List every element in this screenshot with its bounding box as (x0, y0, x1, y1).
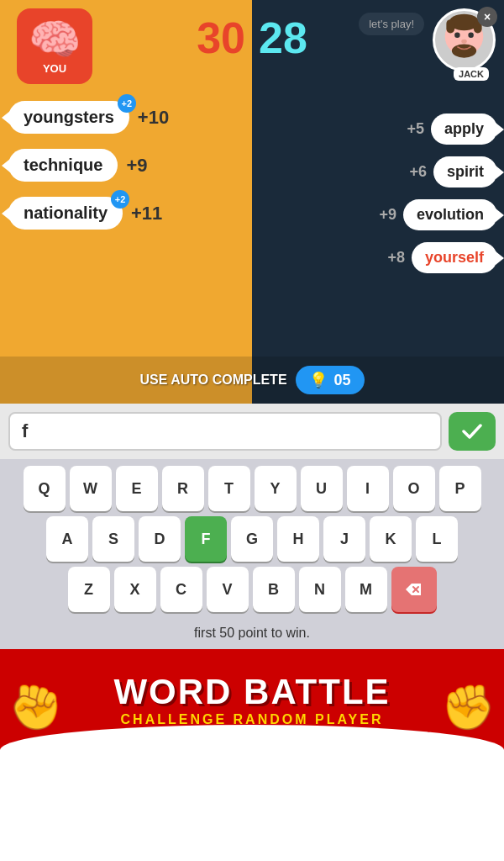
key-m[interactable]: M (345, 567, 387, 612)
list-item: youngsters +2 +10 (8, 101, 169, 134)
backspace-icon (404, 579, 424, 600)
opponent-words: +5 apply +6 spirit +9 evolution +8 yours… (379, 114, 497, 273)
autocomplete-button[interactable]: 💡 05 (296, 366, 365, 394)
key-k[interactable]: K (370, 516, 412, 562)
key-x[interactable]: X (114, 567, 156, 612)
keyboard-row-1: Q W E R T Y U I O P (3, 466, 501, 511)
key-i[interactable]: I (347, 466, 389, 511)
auto-complete-label: USE AUTO COMPLETE (139, 372, 286, 388)
close-button[interactable]: × (477, 7, 497, 27)
key-t[interactable]: T (208, 466, 250, 511)
brain-icon: 🧠 (29, 18, 81, 61)
key-g[interactable]: G (231, 516, 273, 562)
points-badge: +11 (131, 203, 162, 224)
submit-button[interactable] (449, 412, 496, 451)
points-badge: +9 (126, 155, 147, 177)
opp-word-bubble: apply (431, 114, 497, 145)
key-q[interactable]: Q (24, 466, 66, 511)
fist-left-icon: ✊ (8, 682, 63, 733)
opp-word-bubble: yourself (412, 242, 497, 273)
key-z[interactable]: Z (68, 567, 110, 612)
bonus-badge: +2 (111, 190, 129, 209)
key-c[interactable]: C (160, 567, 202, 612)
points-badge: +10 (138, 107, 169, 129)
opp-points: +8 (387, 249, 405, 267)
opp-points: +5 (407, 120, 424, 138)
check-icon (460, 420, 484, 443)
key-f[interactable]: F (185, 516, 227, 562)
svg-rect-2 (446, 19, 454, 33)
keyboard: Q W E R T Y U I O P A S D F G H J K L Z … (0, 459, 504, 621)
key-e[interactable]: E (116, 466, 158, 511)
player-words: youngsters +2 +10 technique +9 nationali… (8, 101, 169, 230)
player-label: YOU (43, 62, 66, 75)
key-n[interactable]: N (299, 567, 341, 612)
key-o[interactable]: O (393, 466, 435, 511)
delete-key[interactable] (391, 567, 437, 612)
word-bubble: nationality +2 (8, 197, 123, 230)
banner-subtitle: CHALLENGE RANDOM PLAYER (121, 712, 384, 727)
key-v[interactable]: V (207, 567, 249, 612)
key-l[interactable]: L (416, 516, 458, 562)
list-item: +5 apply (379, 114, 497, 145)
key-d[interactable]: D (139, 516, 181, 562)
key-b[interactable]: B (253, 567, 295, 612)
key-s[interactable]: S (92, 516, 134, 562)
key-p[interactable]: P (439, 466, 481, 511)
hint-text: first 50 point to win. (0, 621, 504, 649)
svg-point-6 (468, 33, 474, 39)
player-side: 🧠 YOU youngsters +2 +10 technique +9 nat… (0, 0, 252, 404)
list-item: +9 evolution (379, 199, 497, 230)
keyboard-row-3: Z X C V B N M (3, 567, 501, 612)
list-item: technique +9 (8, 149, 169, 182)
bulb-icon: 💡 (309, 371, 328, 389)
key-y[interactable]: Y (255, 466, 297, 511)
svg-point-7 (461, 40, 467, 44)
key-u[interactable]: U (301, 466, 343, 511)
opponent-side: × JACK l (252, 0, 504, 404)
game-area: 🧠 YOU youngsters +2 +10 technique +9 nat… (0, 0, 504, 404)
opp-points: +6 (409, 163, 427, 181)
chat-bubble: let's play! (359, 13, 424, 35)
key-r[interactable]: R (162, 466, 204, 511)
opp-word-bubble: evolution (403, 199, 497, 230)
word-bubble: youngsters +2 (8, 101, 129, 134)
word-input[interactable] (8, 412, 442, 451)
svg-point-5 (454, 33, 460, 39)
fist-right-icon: ✊ (441, 682, 496, 733)
list-item: +8 yourself (379, 242, 497, 273)
key-j[interactable]: J (323, 516, 365, 562)
bottom-banner: ✊ ✊ WORD BATTLE CHALLENGE RANDOM PLAYER (0, 649, 504, 750)
banner-title: WORD BATTLE (113, 672, 390, 712)
list-item: nationality +2 +11 (8, 197, 169, 230)
key-h[interactable]: H (277, 516, 319, 562)
svg-point-4 (452, 44, 476, 57)
auto-complete-bar: USE AUTO COMPLETE 💡 05 (0, 357, 504, 404)
key-a[interactable]: A (46, 516, 88, 562)
opp-points: +9 (379, 206, 396, 224)
input-area (0, 404, 504, 459)
keyboard-row-2: A S D F G H J K L (3, 516, 501, 562)
player-avatar: 🧠 YOU (17, 8, 92, 84)
word-bubble: technique (8, 149, 118, 182)
opponent-name-label: JACK (454, 67, 489, 81)
bonus-badge: +2 (118, 94, 136, 113)
list-item: +6 spirit (379, 156, 497, 188)
key-w[interactable]: W (70, 466, 112, 511)
opp-word-bubble: spirit (433, 156, 497, 188)
autocomplete-count: 05 (334, 372, 351, 389)
